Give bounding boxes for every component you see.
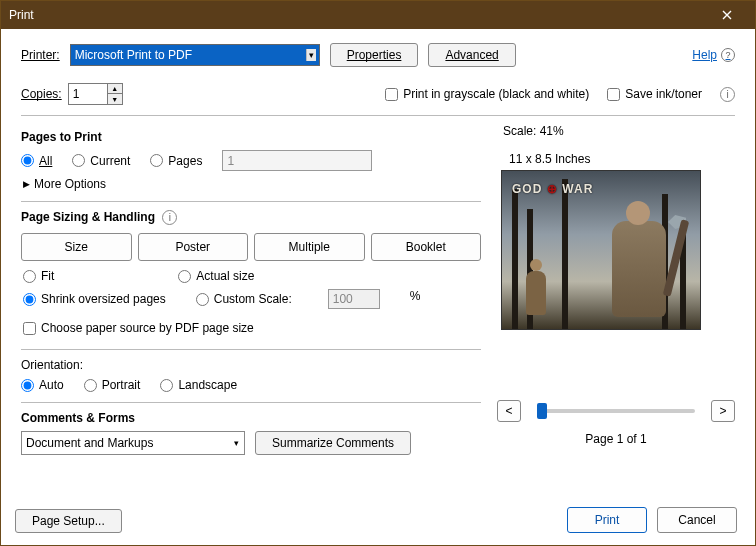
tab-poster[interactable]: Poster bbox=[138, 233, 249, 261]
prev-page-button[interactable]: < bbox=[497, 400, 521, 422]
printer-label: Printer: bbox=[21, 48, 60, 62]
close-button[interactable] bbox=[707, 1, 747, 29]
grayscale-checkbox[interactable]: Print in grayscale (black and white) bbox=[385, 87, 589, 101]
spinner-up-icon[interactable]: ▲ bbox=[108, 84, 122, 94]
custom-scale-input[interactable] bbox=[328, 289, 380, 309]
comments-select[interactable] bbox=[21, 431, 245, 455]
properties-button[interactable]: Properties bbox=[330, 43, 419, 67]
triangle-right-icon: ▶ bbox=[23, 179, 30, 189]
choose-paper-checkbox[interactable]: Choose paper source by PDF page size bbox=[23, 321, 254, 335]
copies-label: Copies: bbox=[21, 87, 62, 101]
pages-to-print-title: Pages to Print bbox=[21, 130, 481, 144]
print-button[interactable]: Print bbox=[567, 507, 647, 533]
more-options-toggle[interactable]: ▶ More Options bbox=[23, 177, 481, 191]
summarize-comments-button[interactable]: Summarize Comments bbox=[255, 431, 411, 455]
close-icon bbox=[722, 10, 732, 20]
copies-input[interactable] bbox=[68, 83, 108, 105]
print-preview: GOD ⊕ WAR bbox=[501, 170, 701, 330]
radio-fit[interactable]: Fit bbox=[23, 269, 54, 283]
radio-current[interactable]: Current bbox=[72, 154, 130, 168]
titlebar: Print bbox=[1, 1, 755, 29]
next-page-button[interactable]: > bbox=[711, 400, 735, 422]
printer-select[interactable] bbox=[70, 44, 320, 66]
tab-booklet[interactable]: Booklet bbox=[371, 233, 482, 261]
paper-size-label: 11 x 8.5 Inches bbox=[509, 152, 735, 166]
radio-pages[interactable]: Pages bbox=[150, 154, 202, 168]
radio-all[interactable]: All bbox=[21, 154, 52, 168]
cancel-button[interactable]: Cancel bbox=[657, 507, 737, 533]
comments-title: Comments & Forms bbox=[21, 411, 481, 425]
print-dialog: Print Printer: ▾ Properties Advanced Hel… bbox=[0, 0, 756, 546]
window-title: Print bbox=[9, 8, 34, 22]
page-slider[interactable] bbox=[537, 409, 695, 413]
page-setup-button[interactable]: Page Setup... bbox=[15, 509, 122, 533]
copies-spinner[interactable]: ▲ ▼ bbox=[68, 83, 123, 105]
tab-multiple[interactable]: Multiple bbox=[254, 233, 365, 261]
radio-portrait[interactable]: Portrait bbox=[84, 378, 141, 392]
radio-auto[interactable]: Auto bbox=[21, 378, 64, 392]
percent-label: % bbox=[410, 289, 421, 309]
scale-label: Scale: 41% bbox=[503, 124, 735, 138]
radio-actual[interactable]: Actual size bbox=[178, 269, 254, 283]
orientation-label: Orientation: bbox=[21, 358, 481, 372]
sizing-title: Page Sizing & Handling i bbox=[21, 210, 481, 225]
advanced-button[interactable]: Advanced bbox=[428, 43, 515, 67]
tab-size[interactable]: Size bbox=[21, 233, 132, 261]
preview-logo: GOD ⊕ WAR bbox=[512, 181, 593, 197]
radio-shrink[interactable]: Shrink oversized pages bbox=[23, 289, 166, 309]
help-icon: ? bbox=[721, 48, 735, 62]
radio-custom-scale[interactable]: Custom Scale: bbox=[196, 289, 292, 309]
help-link[interactable]: Help ? bbox=[692, 48, 735, 62]
info-icon: i bbox=[720, 87, 735, 102]
save-ink-checkbox[interactable]: Save ink/toner bbox=[607, 87, 702, 101]
info-icon: i bbox=[162, 210, 177, 225]
spinner-down-icon[interactable]: ▼ bbox=[108, 94, 122, 104]
pages-input[interactable] bbox=[222, 150, 372, 171]
page-indicator: Page 1 of 1 bbox=[497, 432, 735, 446]
radio-landscape[interactable]: Landscape bbox=[160, 378, 237, 392]
